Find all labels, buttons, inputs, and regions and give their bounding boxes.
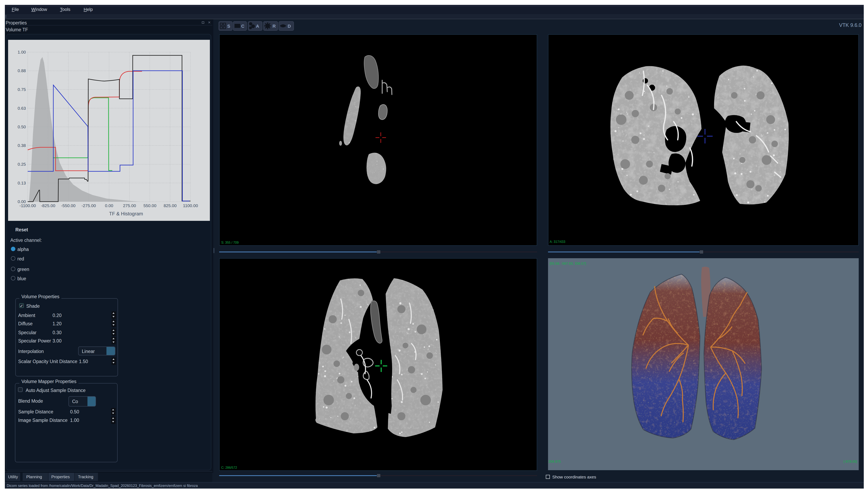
svg-text:0.13: 0.13 — [18, 180, 26, 185]
svg-text:0.50: 0.50 — [18, 125, 26, 129]
svg-text:-275.00: -275.00 — [81, 203, 96, 208]
svg-text:TF & Histogram: TF & Histogram — [109, 211, 143, 216]
svg-text:204.975: 204.975 — [548, 460, 561, 464]
svg-text:1100.00: 1100.00 — [183, 203, 198, 208]
svg-text:[55.58, -567.93, 336.57]: [55.58, -567.93, 336.57] — [550, 262, 586, 265]
svg-text:-550.00: -550.00 — [61, 203, 75, 208]
svg-text:A: 317/433: A: 317/433 — [550, 240, 565, 243]
svg-text:0.88: 0.88 — [18, 68, 26, 73]
svg-text:S: 355 / 709: S: 355 / 709 — [221, 241, 239, 244]
svg-text:0.75: 0.75 — [18, 87, 26, 92]
svg-text:0.00: 0.00 — [105, 203, 113, 208]
svg-text:825.00: 825.00 — [164, 203, 177, 208]
svg-text:C: C — [241, 24, 244, 29]
svg-text:0.25: 0.25 — [18, 162, 26, 167]
svg-text:S: S — [227, 24, 230, 29]
svg-text:550.00: 550.00 — [144, 203, 156, 208]
svg-text:R: R — [273, 24, 276, 29]
svg-text:0.63: 0.63 — [18, 106, 26, 110]
svg-text:D: D — [288, 24, 291, 29]
svg-text:C: 286/572: C: 286/572 — [221, 466, 237, 469]
svg-text:1.00: 1.00 — [18, 50, 26, 55]
svg-text:0.38: 0.38 — [18, 143, 26, 148]
svg-text:[-978.00]: [-978.00] — [844, 460, 857, 464]
svg-text:0.00: 0.00 — [18, 199, 26, 204]
svg-text:-825.00: -825.00 — [41, 203, 55, 208]
svg-text:275.00: 275.00 — [123, 203, 136, 208]
svg-text:-1100.00: -1100.00 — [19, 203, 36, 208]
svg-text:A: A — [256, 24, 259, 29]
